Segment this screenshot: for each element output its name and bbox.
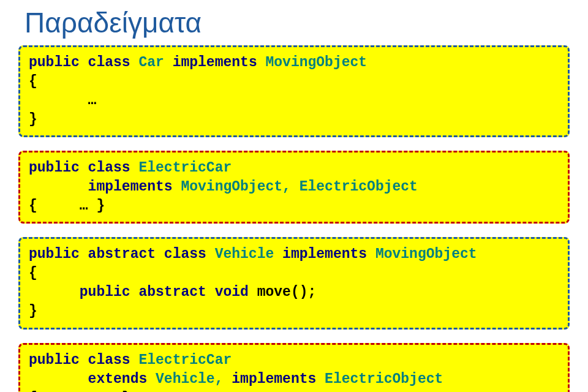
t: public abstract class	[29, 246, 215, 262]
code-box-3: public abstract class Vehicle implements…	[18, 237, 570, 329]
code-box-4: public class ElectricCar extends Vehicle…	[18, 343, 570, 392]
t: {	[29, 265, 37, 281]
t: public abstract void	[29, 284, 257, 300]
t: implements	[232, 371, 325, 387]
slide-title: Παραδείγματα	[24, 6, 570, 39]
t: move();	[257, 284, 317, 300]
t: { … }	[29, 390, 130, 392]
t: …	[29, 92, 96, 108]
t: ElectricCar	[138, 160, 232, 176]
t: implements	[29, 179, 181, 195]
t: Car	[138, 55, 172, 70]
t: { … }	[29, 198, 105, 214]
t: MovingObject	[375, 246, 477, 262]
code-box-2: public class ElectricCar implements Movi…	[18, 151, 570, 224]
t: public class	[29, 160, 138, 176]
t: extends	[29, 371, 156, 387]
t: implements	[173, 55, 266, 70]
t: }	[29, 303, 37, 319]
t: MovingObject, ElectricObject	[181, 179, 417, 195]
t: Vehicle,	[156, 371, 232, 387]
t: ElectricCar	[138, 352, 232, 368]
t: {	[29, 74, 37, 89]
t: }	[29, 111, 37, 127]
code-box-1: public class Car implements MovingObject…	[18, 45, 570, 137]
t: public class	[29, 55, 138, 70]
t: MovingObject	[265, 55, 367, 70]
t: implements	[282, 246, 375, 262]
t: Vehicle	[215, 246, 282, 262]
t: public class	[29, 352, 138, 368]
t: ElectricObject	[325, 371, 443, 387]
